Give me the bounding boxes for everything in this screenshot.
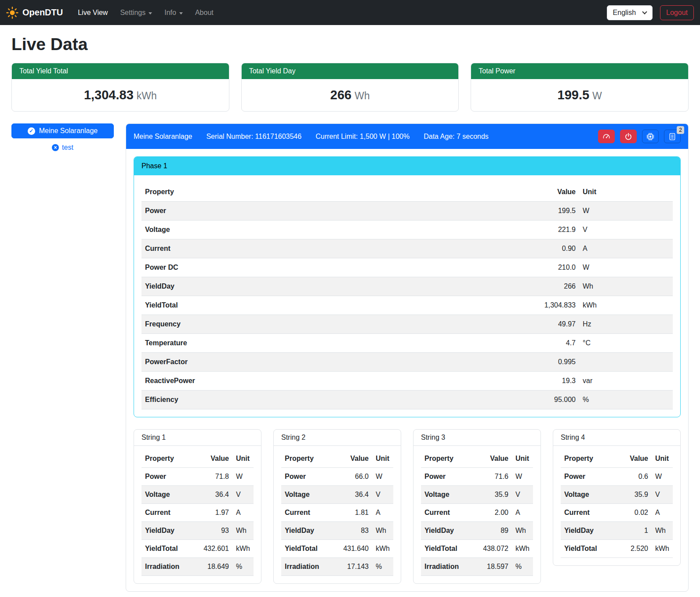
row-property: Power: [141, 202, 513, 221]
nav-item-live-view[interactable]: Live View: [72, 5, 114, 20]
table-row-power-dc: Power DC210.0W: [141, 258, 673, 277]
row-property: PowerFactor: [141, 353, 513, 372]
table-row-yieldtotal: YieldTotal2.520kWh: [561, 540, 673, 558]
string-table: Property Value Unit Power66.0WVoltage36.…: [281, 450, 393, 576]
row-unit: A: [512, 504, 533, 522]
summary-card-value: 199.5: [558, 88, 590, 102]
row-value: 71.8: [192, 468, 232, 486]
column-header-value: Value: [192, 450, 232, 468]
dropdown-caret-icon: [149, 12, 152, 14]
column-header-unit: Unit: [232, 450, 254, 468]
table-row-voltage: Voltage36.4V: [281, 486, 393, 504]
gauge-icon: [602, 133, 610, 141]
string-card-title: String 2: [274, 430, 401, 446]
cpu-icon: [646, 133, 654, 141]
row-property: Power: [141, 468, 192, 486]
column-header-property: Property: [141, 183, 513, 202]
row-value: 35.9: [611, 486, 652, 504]
row-unit: kWh: [652, 540, 673, 558]
row-unit: Hz: [579, 315, 673, 334]
inverter-limit: Current Limit: 1,500 W | 100%: [316, 133, 410, 141]
row-unit: W: [652, 468, 673, 486]
row-value: 4.7: [513, 334, 579, 353]
row-property: Voltage: [561, 486, 611, 504]
row-property: Power: [421, 468, 472, 486]
table-row-power: Power71.8W: [141, 468, 254, 486]
limit-settings-button[interactable]: [598, 130, 615, 143]
row-value: 1,304.833: [513, 296, 579, 315]
string-table: Property Value Unit Power71.6WVoltage35.…: [421, 450, 533, 576]
inverter-button-label: Meine Solaranlage: [39, 127, 98, 135]
table-row-voltage: Voltage35.9V: [421, 486, 533, 504]
row-property: ReactivePower: [141, 372, 513, 391]
row-property: Power: [281, 468, 332, 486]
inverter-select-button[interactable]: ✓ Meine Solaranlage: [11, 123, 114, 138]
row-unit: %: [579, 391, 673, 409]
row-value: 83: [332, 522, 372, 540]
summary-card-value: 266: [330, 88, 352, 102]
brand[interactable]: OpenDTU: [6, 7, 63, 19]
sun-icon: [6, 7, 18, 19]
row-property: YieldDay: [561, 522, 611, 540]
phase-table: Property Value Unit Power199.5WVoltage22…: [141, 183, 673, 409]
inverter-item-test[interactable]: × test: [52, 144, 73, 152]
row-unit: W: [579, 202, 673, 221]
page-content: Live Data Total Yield Total 1,304.83kWh …: [0, 35, 700, 597]
string-card-string-3: String 3 Property Value Unit Power71.6WV…: [413, 429, 541, 584]
row-value: 438.072: [472, 540, 512, 558]
summary-card-title: Total Power: [471, 63, 688, 79]
nav-item-info[interactable]: Info: [158, 5, 189, 20]
navbar-right: English Logout: [607, 5, 694, 20]
column-header-property: Property: [561, 450, 611, 468]
table-row-current: Current2.00A: [421, 504, 533, 522]
row-unit: V: [372, 486, 393, 504]
phase-card: Phase 1 Property Value Unit Power199.5WV…: [134, 156, 681, 417]
row-value: 71.6: [472, 468, 512, 486]
nav-item-about[interactable]: About: [189, 5, 220, 20]
summary-card-body: 266Wh: [242, 79, 459, 111]
row-value: 49.97: [513, 315, 579, 334]
table-row-irradiation: Irradiation18.597%: [421, 558, 533, 576]
power-button[interactable]: [620, 130, 637, 143]
row-unit: kWh: [232, 540, 254, 558]
language-select[interactable]: English: [607, 5, 653, 20]
row-property: Current: [561, 504, 611, 522]
chevron-down-icon: [642, 9, 647, 14]
table-row-temperature: Temperature4.7°C: [141, 334, 673, 353]
row-value: 19.3: [513, 372, 579, 391]
row-property: Voltage: [421, 486, 472, 504]
column-header-unit: Unit: [512, 450, 533, 468]
row-value: 36.4: [192, 486, 232, 504]
nav-item-settings[interactable]: Settings: [114, 5, 158, 20]
logout-button[interactable]: Logout: [660, 5, 694, 20]
nav-links: Live View Settings Info About: [72, 5, 220, 20]
row-unit: Wh: [579, 277, 673, 296]
row-unit: V: [232, 486, 254, 504]
inverter-data-age: Data Age: 7 seconds: [424, 133, 489, 141]
row-value: 0.995: [513, 353, 579, 372]
row-unit: °C: [579, 334, 673, 353]
nav-item-label: Info: [164, 9, 176, 17]
row-unit: Wh: [232, 522, 254, 540]
string-card-title: String 1: [134, 430, 261, 446]
power-icon: [624, 133, 632, 141]
summary-card-unit: kWh: [137, 90, 157, 101]
row-property: Efficiency: [141, 391, 513, 409]
page-title: Live Data: [11, 35, 689, 54]
inverter-sidebar: ✓ Meine Solaranlage × test: [11, 123, 114, 152]
row-property: YieldTotal: [421, 540, 472, 558]
device-info-button[interactable]: [642, 130, 659, 143]
table-row-yieldtotal: YieldTotal438.072kWh: [421, 540, 533, 558]
table-row-efficiency: Efficiency95.000%: [141, 391, 673, 409]
inverter-panel-body: Phase 1 Property Value Unit Power199.5WV…: [126, 149, 688, 591]
content-row: ✓ Meine Solaranlage × test Meine Solaran…: [11, 123, 689, 597]
row-property: YieldTotal: [141, 540, 192, 558]
table-row-yieldday: YieldDay83Wh: [281, 522, 393, 540]
strings-row: String 1 Property Value Unit Power71.8WV…: [134, 429, 681, 584]
summary-card-unit: Wh: [355, 90, 370, 101]
row-property: Voltage: [141, 486, 192, 504]
event-log-button[interactable]: 2: [664, 130, 681, 143]
row-unit: V: [579, 221, 673, 239]
table-header-row: Property Value Unit: [141, 183, 673, 202]
event-count-badge: 2: [677, 126, 684, 134]
